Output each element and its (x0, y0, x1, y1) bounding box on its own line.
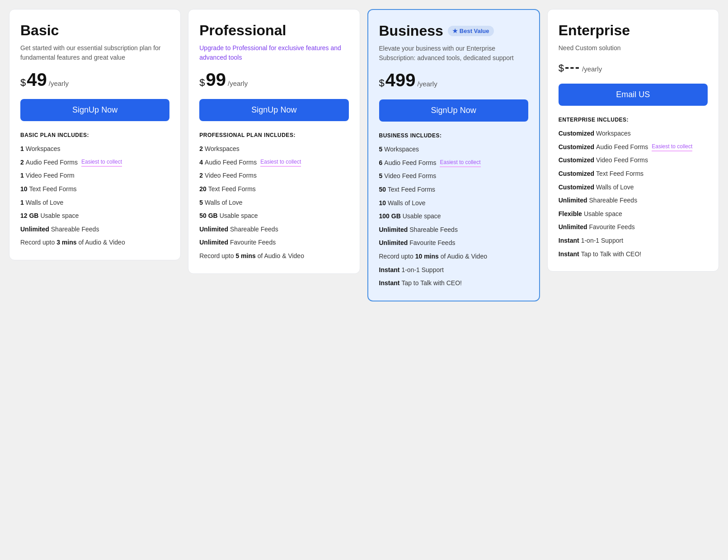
feature-item: Customized Walls of Love (559, 183, 708, 192)
feature-item: 50 GB Usable space (199, 212, 348, 221)
plan-description-enterprise: Need Custom solution (559, 43, 708, 53)
easiest-to-collect-tag: Easiest to collect (260, 158, 301, 167)
price-amount: 49 (27, 70, 47, 90)
plan-title-enterprise: Enterprise (559, 22, 708, 39)
feature-item: 4 Audio Feed FormsEasiest to collect (199, 158, 348, 167)
section-title-enterprise: ENTERPRISE INCLUDES: (559, 117, 708, 123)
feature-list-professional: 2 Workspaces 4 Audio Feed FormsEasiest t… (199, 145, 348, 261)
feature-item: Unlimited Favourite Feeds (199, 238, 348, 247)
feature-item: 10 Text Feed Forms (20, 185, 169, 194)
price-period: /yearly (228, 80, 248, 87)
feature-item: 2 Workspaces (199, 145, 348, 154)
feature-item: Instant Tap to Talk with CEO! (379, 279, 528, 288)
feature-item: Flexible Usable space (559, 210, 708, 219)
feature-item: 5 Video Feed Forms (379, 172, 528, 181)
section-title-basic: BASIC PLAN INCLUDES: (20, 132, 169, 138)
feature-item: Instant 1-on-1 Support (559, 236, 708, 245)
feature-item: Unlimited Shareable Feeds (379, 226, 528, 235)
price-symbol: $ (199, 77, 205, 89)
star-icon: ★ (452, 28, 458, 34)
price-symbol: $ (559, 62, 564, 74)
plan-title-professional: Professional (199, 22, 348, 39)
feature-item: Unlimited Shareable Feeds (559, 196, 708, 205)
feature-item: Unlimited Favourite Feeds (379, 239, 528, 248)
price-amount: --- (565, 60, 580, 75)
price-period: /yearly (418, 80, 437, 88)
feature-item: Instant 1-on-1 Support (379, 266, 528, 275)
feature-item: 100 GB Usable space (379, 212, 528, 221)
feature-item: 1 Video Feed Form (20, 171, 169, 180)
feature-item: 2 Audio Feed FormsEasiest to collect (20, 158, 169, 167)
price-amount: 99 (206, 70, 226, 90)
feature-item: Unlimited Favourite Feeds (559, 223, 708, 232)
feature-list-basic: 1 Workspaces 2 Audio Feed FormsEasiest t… (20, 145, 169, 247)
pricing-container: BasicGet started with our essential subs… (9, 9, 719, 301)
plan-title-business: Business ★ Best Value (379, 23, 528, 39)
easiest-to-collect-tag: Easiest to collect (652, 143, 692, 152)
plan-card-enterprise: EnterpriseNeed Custom solution $ --- /ye… (547, 9, 719, 272)
price-row-enterprise: $ --- /yearly (559, 60, 708, 75)
best-value-badge: ★ Best Value (448, 26, 494, 36)
feature-item: Customized Video Feed Forms (559, 156, 708, 165)
price-period: /yearly (582, 65, 602, 73)
price-row-business: $ 499 /yearly (379, 70, 528, 90)
feature-item: 1 Workspaces (20, 145, 169, 154)
plan-card-business: Business ★ Best Value Elevate your busin… (367, 9, 540, 301)
signup-button-professional[interactable]: SignUp Now (199, 99, 348, 121)
feature-item: 5 Workspaces (379, 145, 528, 154)
price-row-basic: $ 49 /yearly (20, 70, 169, 90)
section-title-professional: PROFESSIONAL PLAN INCLUDES: (199, 132, 348, 138)
plan-card-professional: ProfessionalUpgrade to Professional for … (188, 9, 360, 274)
feature-item: Record upto 10 mins of Audio & Video (379, 252, 528, 261)
feature-item: 10 Walls of Love (379, 199, 528, 208)
signup-button-enterprise[interactable]: Email US (559, 84, 708, 106)
feature-item: 1 Walls of Love (20, 198, 169, 207)
easiest-to-collect-tag: Easiest to collect (81, 158, 122, 167)
feature-item: Customized Text Feed Forms (559, 169, 708, 179)
plan-card-basic: BasicGet started with our essential subs… (9, 9, 181, 260)
feature-item: Record upto 3 mins of Audio & Video (20, 238, 169, 247)
feature-item: Customized Audio Feed FormsEasiest to co… (559, 143, 708, 152)
feature-item: 12 GB Usable space (20, 212, 169, 221)
feature-list-enterprise: Customized Workspaces Customized Audio F… (559, 129, 708, 259)
plan-description-professional: Upgrade to Professional for exclusive fe… (199, 43, 348, 62)
easiest-to-collect-tag: Easiest to collect (440, 159, 480, 168)
plan-description-business: Elevate your business with our Enterpris… (379, 44, 528, 63)
price-amount: 499 (385, 70, 416, 90)
plan-title-basic: Basic (20, 22, 169, 39)
signup-button-basic[interactable]: SignUp Now (20, 99, 169, 121)
feature-item: Instant Tap to Talk with CEO! (559, 250, 708, 259)
section-title-business: BUSINESS INCLUDES: (379, 132, 528, 139)
price-symbol: $ (379, 77, 385, 89)
signup-button-business[interactable]: SignUp Now (379, 99, 528, 122)
price-period: /yearly (49, 80, 69, 87)
feature-item: 6 Audio Feed FormsEasiest to collect (379, 159, 528, 168)
feature-item: 2 Video Feed Forms (199, 171, 348, 180)
feature-item: 50 Text Feed Forms (379, 185, 528, 194)
feature-item: Customized Workspaces (559, 129, 708, 138)
plan-description-basic: Get started with our essential subscript… (20, 43, 169, 62)
feature-item: Unlimited Shareable Feeds (20, 225, 169, 234)
feature-item: Record upto 5 mins of Audio & Video (199, 252, 348, 261)
price-symbol: $ (20, 77, 26, 89)
price-row-professional: $ 99 /yearly (199, 70, 348, 90)
feature-item: 20 Text Feed Forms (199, 185, 348, 194)
feature-list-business: 5 Workspaces 6 Audio Feed FormsEasiest t… (379, 145, 528, 288)
feature-item: Unlimited Shareable Feeds (199, 225, 348, 234)
feature-item: 5 Walls of Love (199, 198, 348, 207)
